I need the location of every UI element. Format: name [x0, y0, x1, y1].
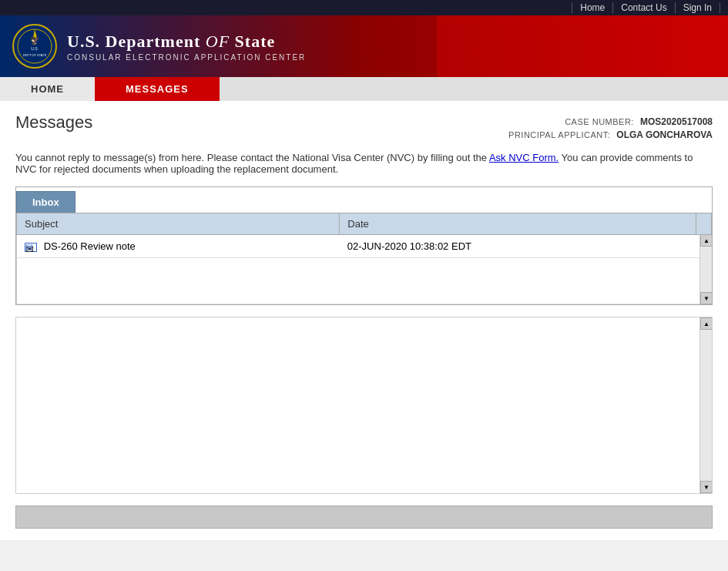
nav-home[interactable]: HOME	[0, 77, 95, 101]
top-nav-sign-in[interactable]: Sign In	[676, 2, 720, 13]
col-date-header: Date	[340, 213, 696, 235]
email-icon: ✉	[25, 243, 37, 252]
table-scroll-col	[696, 213, 712, 235]
nav-messages[interactable]: MESSAGES	[95, 77, 220, 101]
message-detail-box: ▲ ▼	[15, 317, 713, 494]
scroll-up-arrow[interactable]: ▲	[700, 234, 713, 247]
org-name: U.S. Department of State	[67, 32, 306, 52]
department-seal: ★ U.S. DEPT OF STATE 🦅	[12, 23, 58, 69]
top-nav-contact-us[interactable]: Contact Us	[613, 2, 675, 13]
inbox-section: Inbox Subject Date ✉ DS-260 Review note	[15, 186, 713, 305]
svg-text:U.S.: U.S.	[31, 46, 39, 51]
svg-text:🦅: 🦅	[30, 35, 40, 45]
table-header-row: Subject Date	[17, 213, 712, 235]
top-nav-home[interactable]: Home	[572, 2, 613, 13]
message-subject[interactable]: ✉ DS-260 Review note	[17, 235, 340, 258]
table-row[interactable]: ✉ DS-260 Review note 02-JUN-2020 10:38:0…	[17, 235, 712, 258]
tab-bar: Inbox	[16, 187, 712, 213]
message-date: 02-JUN-2020 10:38:02 EDT	[340, 235, 696, 258]
top-navigation: Home Contact Us Sign In	[0, 0, 728, 15]
case-info-block: CASE NUMBER: MOS2020517008 PRINCIPAL APP…	[508, 116, 713, 143]
main-content: CASE NUMBER: MOS2020517008 PRINCIPAL APP…	[0, 101, 728, 540]
principal-applicant-label: PRINCIPAL APPLICANT:	[508, 130, 610, 139]
table-scrollbar: ▲ ▼	[699, 234, 712, 304]
site-header: ★ U.S. DEPT OF STATE 🦅 U.S. Department o…	[0, 15, 728, 77]
message-table: Subject Date ✉ DS-260 Review note 02-JUN…	[16, 213, 712, 304]
detail-scroll-down[interactable]: ▼	[700, 481, 713, 493]
bottom-bar	[15, 506, 713, 529]
tab-inbox[interactable]: Inbox	[16, 191, 75, 213]
ask-nvc-link[interactable]: Ask NVC Form.	[489, 152, 559, 163]
info-paragraph: You cannot reply to message(s) from here…	[15, 144, 713, 175]
empty-row	[17, 258, 712, 304]
info-text-before-link: You cannot reply to message(s) from here…	[15, 152, 489, 163]
subject-text: DS-260 Review note	[44, 240, 136, 252]
svg-text:DEPT OF STATE: DEPT OF STATE	[23, 53, 47, 57]
detail-scroll-up[interactable]: ▲	[700, 317, 713, 330]
col-subject-header: Subject	[17, 213, 340, 235]
detail-scrollbar: ▲ ▼	[699, 317, 712, 493]
case-number-label: CASE NUMBER:	[565, 117, 634, 126]
main-navigation: HOME MESSAGES	[0, 77, 728, 101]
principal-applicant-value: OLGA GONCHAROVA	[616, 129, 713, 140]
scroll-down-arrow[interactable]: ▼	[700, 292, 713, 304]
inbox-table-wrapper: Subject Date ✉ DS-260 Review note 02-JUN…	[16, 213, 712, 304]
header-text-block: U.S. Department of State Consular Electr…	[67, 32, 306, 62]
org-subtitle: Consular Electronic Application Center	[67, 53, 306, 62]
case-number-value: MOS2020517008	[640, 116, 713, 127]
